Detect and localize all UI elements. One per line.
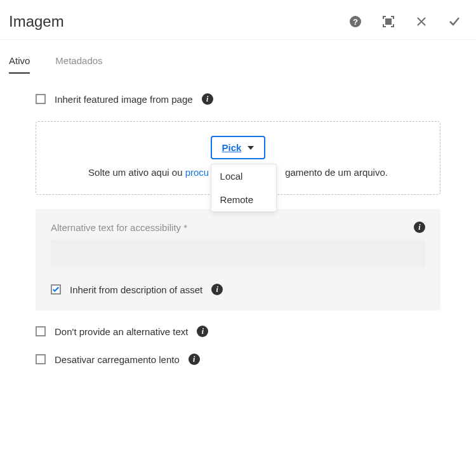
inherit-featured-checkbox[interactable]: [36, 94, 46, 104]
fullscreen-icon[interactable]: [382, 15, 395, 28]
inherit-alt-row: Inherit from description of asset i: [51, 284, 425, 295]
dialog-title: Imagem: [9, 13, 349, 30]
info-icon[interactable]: i: [211, 284, 223, 295]
svg-text:?: ?: [353, 17, 358, 27]
tab-content: Inherit featured image from page i Pick …: [0, 74, 476, 365]
alt-text-panel: Alternative text for accessibility * i I…: [36, 209, 440, 310]
info-icon[interactable]: i: [188, 354, 200, 365]
pick-item-remote[interactable]: Remote: [211, 188, 276, 211]
alt-label-row: Alternative text for accessibility * i: [51, 222, 425, 233]
svg-rect-2: [386, 19, 391, 24]
browse-link[interactable]: procu: [185, 167, 209, 178]
help-icon[interactable]: ?: [349, 15, 362, 28]
info-icon[interactable]: i: [197, 326, 208, 337]
pick-button-label: Pick: [222, 142, 242, 153]
asset-dropzone[interactable]: Pick Local Remote Solte um ativo aqui ou…: [36, 121, 440, 195]
lazy-row: Desativar carregamento lento i: [36, 354, 440, 365]
alt-text-label: Alternative text for accessibility *: [51, 222, 414, 233]
lazy-checkbox[interactable]: [36, 354, 46, 364]
lazy-label: Desativar carregamento lento: [55, 354, 180, 365]
alt-text-input[interactable]: [51, 239, 425, 267]
tabs: Ativo Metadados: [0, 40, 476, 74]
image-dialog: Imagem ? Ativo Metadados Inherit feature…: [0, 0, 476, 365]
tab-metadata[interactable]: Metadados: [55, 55, 102, 74]
no-alt-label: Don't provide an alternative text: [55, 326, 188, 337]
info-icon[interactable]: i: [202, 93, 213, 105]
close-icon[interactable]: [415, 15, 428, 28]
pick-wrapper: Pick Local Remote: [211, 136, 266, 159]
no-alt-row: Don't provide an alternative text i: [36, 326, 440, 337]
confirm-icon[interactable]: [448, 15, 461, 28]
inherit-alt-label: Inherit from description of asset: [70, 284, 202, 295]
no-alt-checkbox[interactable]: [36, 326, 46, 336]
inherit-alt-checkbox[interactable]: [51, 284, 61, 295]
tab-asset[interactable]: Ativo: [9, 55, 30, 74]
info-icon[interactable]: i: [414, 222, 425, 233]
pick-item-local[interactable]: Local: [211, 164, 276, 188]
pick-button[interactable]: Pick: [211, 136, 266, 159]
chevron-down-icon: [248, 146, 254, 150]
inherit-featured-row: Inherit featured image from page i: [36, 93, 440, 105]
dialog-header: Imagem ?: [0, 0, 476, 40]
pick-menu: Local Remote: [211, 164, 277, 212]
inherit-featured-label: Inherit featured image from page: [55, 94, 193, 105]
header-actions: ?: [349, 15, 461, 28]
